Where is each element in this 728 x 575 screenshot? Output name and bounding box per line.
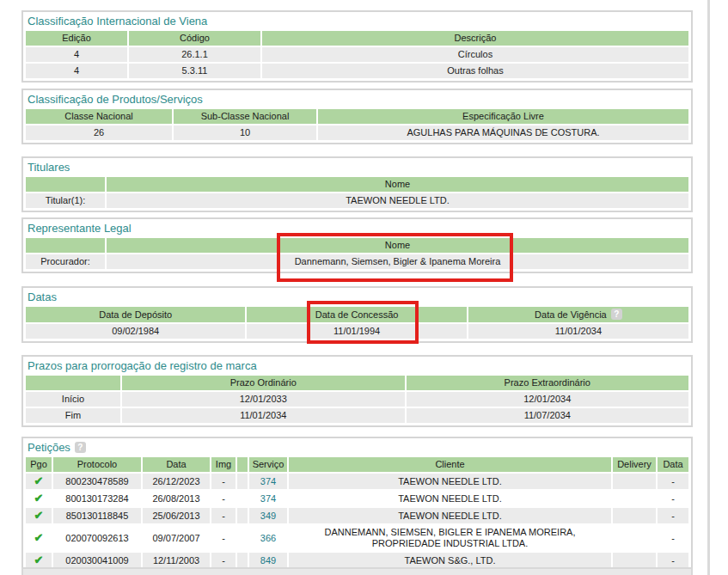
cell-spacer	[237, 525, 248, 551]
col-header-spacer	[237, 457, 248, 472]
help-icon[interactable]: ?	[611, 309, 622, 320]
cell-fim-ordinario: 11/01/2034	[122, 408, 405, 423]
paid-check-icon: ✔	[34, 554, 44, 566]
col-header-descricao: Descrição	[262, 31, 688, 46]
section-viena: Classificação Internacional de Viena Edi…	[21, 10, 693, 83]
paid-check-icon: ✔	[34, 492, 44, 505]
cell-subclasse: 10	[174, 125, 316, 140]
col-header-empty	[26, 238, 105, 253]
cell-servico: 366	[249, 525, 287, 551]
col-header-vigencia: Data de Vigência?	[468, 307, 688, 322]
help-icon[interactable]: ?	[75, 442, 86, 453]
col-header-empty	[26, 376, 120, 390]
cell-cliente: DANNEMANN, SIEMSEN, BIGLER E IPANEMA MOR…	[289, 525, 611, 551]
cell-pgo: ✔	[26, 525, 52, 551]
section-title-titulares: Titulares	[23, 158, 691, 175]
peticao-row: ✔ 800230478589 26/12/2023 - 374 TAEWON N…	[26, 474, 688, 489]
cell-especificacao: AGULHAS PARA MÁQUINAS DE COSTURA.	[318, 125, 688, 140]
cell-spacer	[237, 474, 248, 489]
cell-data: 25/06/2013	[143, 508, 210, 523]
cell-procurador-label: Procurador:	[26, 254, 105, 269]
section-title-peticoes-label: Petições	[28, 441, 70, 454]
cell-spacer	[237, 508, 248, 523]
cell-img: -	[211, 491, 236, 506]
cell-protocolo: 800130173284	[53, 491, 141, 506]
table-header-row: Edição Código Descrição	[26, 31, 688, 46]
table-row: Início 12/01/2033 12/01/2034	[26, 392, 688, 407]
cell-data2: -	[658, 525, 688, 551]
section-title-peticoes: Petições?	[23, 438, 691, 456]
cell-codigo: 26.1.1	[129, 47, 260, 62]
servico-link[interactable]: 374	[260, 476, 276, 486]
col-header-protocolo: Protocolo	[53, 457, 141, 472]
table-header-row: Prazo Ordinário Prazo Extraordinário	[26, 376, 688, 390]
servico-link[interactable]: 374	[260, 493, 276, 504]
col-header-servico: Serviço	[249, 457, 287, 472]
cell-img: -	[211, 474, 236, 489]
col-header-pgo: Pgo	[26, 457, 52, 472]
cell-inicio-extraordinario: 12/01/2034	[407, 392, 689, 407]
section-prazos: Prazos para prorrogação de registro de m…	[21, 355, 693, 427]
cell-protocolo: 020070092613	[53, 525, 141, 551]
table-row: Fim 11/01/2034 11/07/2034	[26, 408, 688, 423]
col-header-nome: Nome	[107, 177, 688, 192]
col-header-data2: Data	[658, 457, 688, 472]
cell-fim-extraordinario: 11/07/2034	[407, 408, 689, 423]
col-header-codigo: Código	[129, 31, 260, 46]
cell-inicio-label: Início	[26, 392, 120, 407]
paid-check-icon: ✔	[34, 474, 44, 487]
cell-pgo: ✔	[26, 508, 52, 523]
cell-pgo: ✔	[26, 474, 52, 489]
page-edge-line	[707, 0, 710, 575]
cell-img: -	[211, 525, 236, 551]
cell-edicao: 4	[26, 64, 127, 78]
section-title-produtos: Classificação de Produtos/Serviços	[23, 90, 691, 107]
cell-classe: 26	[26, 125, 172, 140]
cell-spacer	[237, 553, 248, 568]
cell-data: 26/12/2023	[143, 474, 210, 489]
table-row: Titular(1): TAEWON NEEDLE LTD.	[26, 193, 688, 208]
cell-data: 26/08/2013	[143, 491, 210, 506]
paid-check-icon: ✔	[34, 531, 44, 544]
col-header-img: Img	[211, 457, 236, 472]
col-header-cliente: Cliente	[289, 457, 611, 472]
col-header-vigencia-label: Data de Vigência	[535, 309, 607, 320]
cell-img: -	[211, 553, 236, 568]
cell-cliente: TAEWON NEEDLE LTD.	[289, 491, 611, 506]
cell-data: 09/07/2007	[143, 525, 210, 551]
table-header-row: Classe Nacional Sub-Classe Nacional Espe…	[26, 109, 688, 124]
table-header-row: Nome	[26, 177, 688, 192]
peticao-row: ✔ 020070092613 09/07/2007 - 366 DANNEMAN…	[26, 525, 688, 551]
cell-img: -	[211, 508, 236, 523]
cell-servico: 374	[249, 491, 287, 506]
cell-delivery	[613, 553, 656, 568]
viena-table: Edição Código Descrição 4 26.1.1 Círculo…	[24, 29, 690, 80]
paid-check-icon: ✔	[34, 509, 44, 522]
peticao-row: ✔ 800130173284 26/08/2013 - 374 TAEWON N…	[26, 491, 688, 506]
cell-delivery	[613, 508, 656, 523]
col-header-edicao: Edição	[26, 31, 127, 46]
table-header-row: Pgo Protocolo Data Img Serviço Cliente D…	[26, 457, 688, 472]
cell-descricao: Círculos	[262, 47, 688, 62]
cell-protocolo: 800230478589	[53, 474, 141, 489]
servico-link[interactable]: 366	[260, 533, 276, 543]
cell-inicio-ordinario: 12/01/2033	[122, 392, 405, 407]
section-peticoes: Petições? Pgo Protocolo Data Img Serviço…	[21, 437, 693, 572]
servico-link[interactable]: 849	[260, 555, 276, 566]
col-header-delivery: Delivery	[613, 457, 656, 472]
col-header-prazo-ordinario: Prazo Ordinário	[122, 376, 405, 390]
section-produtos: Classificação de Produtos/Serviços Class…	[21, 89, 693, 144]
cell-data: 12/11/2003	[143, 553, 210, 568]
table-row: 26 10 AGULHAS PARA MÁQUINAS DE COSTURA.	[26, 125, 688, 140]
servico-link[interactable]: 349	[260, 511, 276, 521]
table-row: 4 26.1.1 Círculos	[26, 47, 688, 62]
table-row: 4 5.3.11 Outras folhas	[26, 64, 688, 78]
col-header-subclasse: Sub-Classe Nacional	[174, 109, 316, 124]
cell-descricao: Outras folhas	[262, 64, 688, 78]
peticao-row: ✔ 850130118845 25/06/2013 - 349 TAEWON N…	[26, 508, 688, 523]
cell-delivery	[613, 491, 656, 506]
cell-data2: -	[658, 508, 688, 523]
cell-delivery	[613, 525, 656, 551]
annotation-red-box-representante	[277, 233, 513, 282]
cell-data2: -	[658, 553, 688, 568]
